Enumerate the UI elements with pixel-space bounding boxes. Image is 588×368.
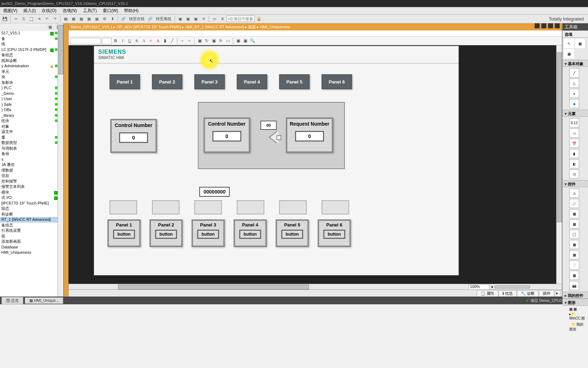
undo-icon[interactable]: ↶ — [43, 15, 51, 22]
polyline-icon[interactable]: △ — [569, 79, 579, 88]
panel-button-top[interactable]: Panel 6 — [322, 74, 352, 89]
panel-button-frame-bottom[interactable]: Panel 1button — [107, 219, 141, 247]
zoom-slider[interactable] — [495, 286, 530, 288]
panel-button-top[interactable]: Panel 3 — [194, 74, 225, 89]
download-icon[interactable]: ⬇ — [109, 15, 116, 22]
taskbar-screen[interactable]: ▦ HMI_Unique... — [25, 297, 63, 304]
distribute-icon[interactable]: ⊪ — [218, 38, 224, 44]
switch-icon[interactable]: ◐ — [569, 159, 579, 168]
camera-icon[interactable]: 📷 — [569, 281, 579, 290]
tree-item[interactable]: RT_1 [WinCC RT Advanced] — [0, 217, 63, 223]
layer-icon[interactable]: ▣ — [235, 38, 241, 44]
portal-strip[interactable] — [64, 23, 69, 297]
panel-inner-button[interactable]: button — [323, 230, 345, 239]
panel-button-frame-bottom[interactable]: Panel 6button — [318, 219, 351, 247]
canvas-hscroll[interactable]: 100% ▾ — [69, 284, 562, 289]
cut-icon[interactable]: ✂ — [12, 15, 19, 22]
date-icon[interactable]: 📅 — [569, 139, 579, 148]
search-go-icon[interactable]: 🔒 — [255, 15, 263, 22]
copy-icon[interactable]: ⎘ — [20, 15, 27, 22]
close-icon[interactable]: ✕ — [200, 15, 207, 22]
control-icon[interactable]: ▦ — [569, 240, 579, 249]
indicator-slot[interactable] — [237, 200, 264, 214]
delete-icon[interactable]: ✕ — [36, 15, 43, 22]
tree-item[interactable]: JA 通信 — [0, 162, 63, 168]
tree-item[interactable]: ) Safe — [0, 102, 63, 108]
panel-button-top[interactable]: Panel 5 — [279, 74, 310, 89]
rotate-icon[interactable]: ↻ — [204, 38, 210, 44]
go-offline[interactable]: 转至离线 — [154, 16, 173, 22]
gauge-icon[interactable]: ◷ — [569, 169, 579, 179]
alarm-icon[interactable]: ⚠ — [569, 189, 579, 198]
control-number-frame-left[interactable]: Control Number 0 — [110, 119, 157, 153]
tree-item[interactable]: 模块✓ — [0, 190, 63, 195]
panel-inner-button[interactable]: button — [281, 230, 303, 239]
tree-item[interactable]: _Demo — [0, 91, 63, 97]
ellipse-icon[interactable]: ● — [569, 89, 579, 98]
tb-icon[interactable]: ▭ — [211, 15, 218, 22]
tree-item[interactable]: 备份 — [0, 151, 63, 157]
panel-button-top[interactable]: Panel 1 — [110, 74, 140, 89]
tb-icon[interactable]: ▦ — [86, 15, 93, 22]
paste-icon[interactable]: 📋 — [28, 15, 35, 22]
tree-item[interactable]: ) User — [0, 96, 63, 102]
tb-icon[interactable]: ▣ — [192, 15, 199, 22]
panel-button-top[interactable]: Panel 2 — [152, 74, 182, 89]
menu-tools[interactable]: 工具(T) — [81, 8, 99, 13]
strike-icon[interactable]: S — [134, 38, 140, 44]
tree-btn-icon[interactable]: ▦ — [47, 23, 54, 30]
arrange-icon[interactable]: ▣ — [211, 38, 217, 44]
panel-button-frame-bottom[interactable]: Panel 4button — [234, 219, 267, 247]
panel-button-frame-bottom[interactable]: Panel 5button — [276, 219, 309, 247]
menu-window[interactable]: 窗口(W) — [100, 8, 120, 13]
panel-inner-button[interactable]: button — [113, 230, 135, 239]
bar-icon[interactable]: ▮ — [569, 149, 579, 158]
tree-item[interactable]: 控和报警 — [0, 179, 63, 184]
tb-icon[interactable]: ▣ — [177, 15, 184, 22]
tree-item[interactable]: 式 I/O✓ — [0, 195, 63, 201]
fill-icon[interactable]: ▮ — [162, 38, 168, 44]
canvas-vscroll[interactable] — [556, 45, 562, 284]
rectangle-icon[interactable]: ■ — [569, 99, 579, 108]
tree-item[interactable]: 添加新画面 — [0, 239, 63, 245]
crumb-rt[interactable]: HMI_RT_1 [WinCC RT Advanced] — [185, 25, 244, 29]
close-editor-icon[interactable] — [555, 23, 560, 28]
tree-item[interactable]: LC [CPU 1517F-3 PN/DP]✓ — [0, 47, 63, 53]
taskbar-overview[interactable]: ▦ 总览 — [1, 297, 23, 304]
align-icon[interactable]: ≡ — [148, 38, 154, 44]
control-number-value[interactable]: 0 — [119, 132, 148, 143]
line-icon[interactable]: ╱ — [169, 38, 175, 44]
menu-online[interactable]: 在线(O) — [39, 8, 59, 13]
button-element-icon[interactable]: ▭ — [569, 128, 579, 138]
zoom-icon[interactable]: 🔍 — [249, 38, 255, 44]
control-icon[interactable]: ▦ — [569, 219, 579, 229]
arrange-icon[interactable]: ▭ — [225, 38, 231, 44]
tree-item[interactable]: 单元 — [0, 69, 63, 75]
indicator-slot[interactable] — [194, 200, 222, 214]
tree-item[interactable]: 源文件 — [0, 129, 63, 135]
tree-item[interactable]: HMI_Uniqueness — [0, 250, 63, 255]
tb-icon[interactable]: ▦ — [93, 15, 100, 22]
line-shape-icon[interactable]: ╱ — [569, 68, 579, 77]
tree-item[interactable]: 信息 — [0, 173, 63, 179]
bold-icon[interactable]: B — [112, 38, 119, 44]
tree-item[interactable]: 与强制表 — [0, 146, 63, 151]
tb-icon[interactable]: ⏸ — [219, 15, 226, 22]
tb-icon[interactable]: ▦ — [70, 15, 77, 22]
trend-icon[interactable]: 📈 — [569, 199, 579, 208]
menu-view[interactable]: 视图(V) — [1, 8, 20, 13]
panel-inner-button[interactable]: button — [239, 230, 261, 239]
toolbox-options[interactable]: 选项 — [563, 30, 588, 38]
align-icon[interactable]: ≡ — [186, 38, 193, 44]
redo-icon[interactable]: ↷ — [51, 15, 58, 22]
tree-item[interactable]: 数据类型 — [0, 140, 63, 146]
request-number-value[interactable]: 0 — [295, 131, 324, 142]
font-color-icon[interactable]: A — [155, 38, 161, 44]
menu-help[interactable]: 帮助(H) — [122, 8, 141, 13]
tree-item[interactable]: 理数据 — [0, 168, 63, 173]
tree-item[interactable]: ) OBs — [0, 107, 63, 113]
maximize-icon[interactable] — [541, 23, 546, 28]
menu-insert[interactable]: 插入(I) — [21, 8, 38, 13]
tree-item[interactable]: y Administration🔒 — [0, 63, 63, 69]
panel-button-frame-bottom[interactable]: Panel 3button — [192, 219, 225, 247]
